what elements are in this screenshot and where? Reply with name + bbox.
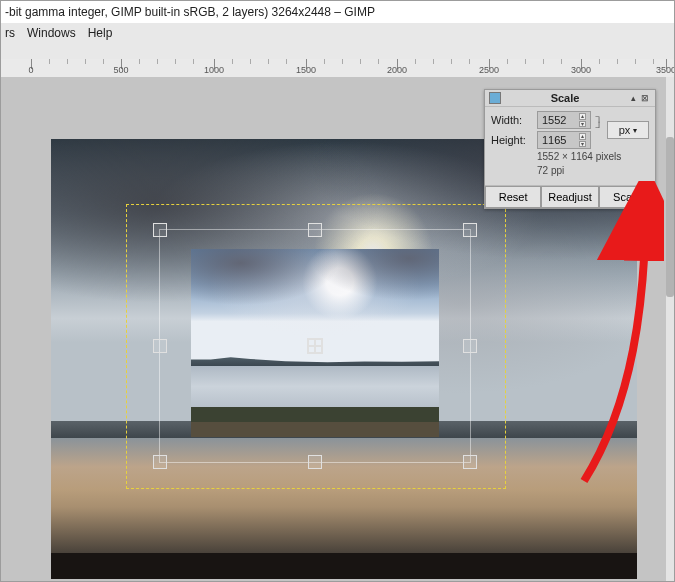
handle-top-right[interactable] xyxy=(463,223,477,237)
dock-icon xyxy=(489,92,501,104)
collapse-icon[interactable]: ▴ xyxy=(627,92,639,104)
toolbar-strip xyxy=(1,43,674,60)
scrollbar-thumb[interactable] xyxy=(666,137,674,297)
transform-handles xyxy=(159,229,471,463)
ruler-tick-label: 0 xyxy=(28,65,33,75)
handle-bottom-right[interactable] xyxy=(463,455,477,469)
reset-button[interactable]: Reset xyxy=(485,186,541,208)
width-input[interactable]: 1552 ▴▾ xyxy=(537,111,591,129)
ruler-tick-label: 3500 xyxy=(656,65,674,75)
menu-help[interactable]: Help xyxy=(88,26,113,40)
vertical-scrollbar[interactable] xyxy=(666,77,674,581)
height-input[interactable]: 1165 ▴▾ xyxy=(537,131,591,149)
ruler-tick-label: 1000 xyxy=(204,65,224,75)
menu-bar: rs Windows Help xyxy=(1,23,674,44)
handle-center[interactable] xyxy=(307,338,323,354)
handle-mid-left[interactable] xyxy=(153,339,167,353)
status-resolution: 72 ppi xyxy=(491,165,649,177)
menu-filters[interactable]: rs xyxy=(5,26,15,40)
ruler-tick-label: 2000 xyxy=(387,65,407,75)
link-icon[interactable]: ┐┘ xyxy=(595,111,603,149)
ruler-tick-label: 1500 xyxy=(296,65,316,75)
scale-dialog-header[interactable]: Scale ▴ ⊠ xyxy=(485,90,655,107)
handle-top-center[interactable] xyxy=(308,223,322,237)
title-text: -bit gamma integer, GIMP built-in sRGB, … xyxy=(5,5,375,19)
scale-button[interactable]: Scale xyxy=(599,186,655,208)
ruler-tick-label: 3000 xyxy=(571,65,591,75)
ruler-tick-label: 2500 xyxy=(479,65,499,75)
status-size: 1552 × 1164 pixels xyxy=(491,151,649,163)
close-icon[interactable]: ⊠ xyxy=(639,92,651,104)
scale-dialog-title: Scale xyxy=(503,92,627,104)
chevron-down-icon: ▾ xyxy=(633,126,637,135)
width-label: Width: xyxy=(491,114,533,126)
handle-mid-right[interactable] xyxy=(463,339,477,353)
readjust-button[interactable]: Readjust xyxy=(541,186,598,208)
menu-windows[interactable]: Windows xyxy=(27,26,76,40)
ruler-horizontal: 0500100015002000250030003500 xyxy=(1,59,674,78)
handle-top-left[interactable] xyxy=(153,223,167,237)
width-value: 1552 xyxy=(542,114,566,126)
height-label: Height: xyxy=(491,134,533,146)
unit-dropdown[interactable]: px ▾ xyxy=(607,121,649,139)
ruler-tick-label: 500 xyxy=(113,65,128,75)
handle-bottom-left[interactable] xyxy=(153,455,167,469)
window-title: -bit gamma integer, GIMP built-in sRGB, … xyxy=(1,1,674,24)
height-value: 1165 xyxy=(542,134,566,146)
scale-dialog: Scale ▴ ⊠ Width: 1552 ▴▾ Height: xyxy=(484,89,656,209)
handle-bottom-center[interactable] xyxy=(308,455,322,469)
unit-label: px xyxy=(619,124,631,136)
